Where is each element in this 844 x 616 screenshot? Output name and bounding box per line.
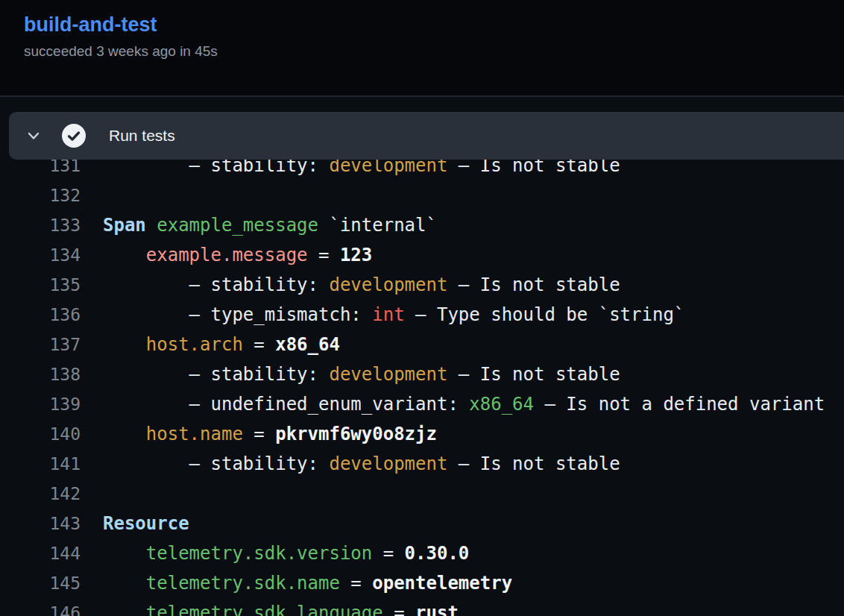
line-number[interactable]: 143 — [0, 514, 81, 533]
log-line: 143Resource — [0, 509, 844, 538]
line-content: – stability: development – Is not stable — [81, 453, 620, 474]
log-line: 138 – stability: development – Is not st… — [0, 359, 844, 389]
job-header: build-and-test succeeded 3 weeks ago in … — [24, 12, 218, 60]
log-line: 135 – stability: development – Is not st… — [0, 270, 844, 300]
line-number[interactable]: 146 — [0, 603, 81, 616]
log-line: 146 telemetry.sdk.language = rust — [0, 598, 844, 616]
line-number[interactable]: 144 — [0, 544, 81, 563]
line-number[interactable]: 142 — [0, 484, 81, 503]
line-number[interactable]: 135 — [0, 275, 81, 295]
log-line: 137 host.arch = x86_64 — [0, 330, 844, 359]
line-content: example.message = 123 — [81, 245, 372, 265]
chevron-down-icon[interactable] — [26, 128, 41, 143]
line-content: host.name = pkrvmf6wy0o8zjz — [81, 424, 437, 444]
log-line: 140 host.name = pkrvmf6wy0o8zjz — [0, 419, 844, 449]
line-content: telemetry.sdk.version = 0.30.0 — [81, 543, 469, 564]
line-content: Resource — [81, 513, 189, 534]
line-content: – stability: development – Is not stable — [81, 274, 620, 295]
line-number[interactable]: 132 — [0, 186, 81, 205]
line-number[interactable]: 136 — [0, 305, 81, 324]
job-status-summary: succeeded 3 weeks ago in 45s — [24, 43, 218, 60]
job-name-link[interactable]: build-and-test — [24, 12, 157, 37]
line-number[interactable]: 134 — [0, 245, 81, 265]
line-number[interactable]: 137 — [0, 335, 81, 354]
log-pane: 131 – stability: development – Is not st… — [0, 97, 844, 616]
line-content: – stability: development – Is not stable — [81, 364, 620, 385]
line-number[interactable]: 140 — [0, 424, 81, 444]
line-content: – undefined_enum_variant: x86_64 – Is no… — [81, 394, 825, 415]
log-line: 136 – type_mismatch: int – Type should b… — [0, 300, 844, 330]
line-content: Span example_message `internal` — [81, 215, 437, 236]
log-line: 134 example.message = 123 — [0, 240, 844, 270]
line-content: – type_mismatch: int – Type should be `s… — [81, 304, 684, 325]
step-header-run-tests[interactable]: Run tests — [9, 112, 844, 160]
line-number[interactable]: 139 — [0, 395, 81, 414]
log-line: 132 — [0, 180, 844, 210]
line-content: host.arch = x86_64 — [81, 334, 340, 355]
log-line: 133Span example_message `internal` — [0, 210, 844, 240]
line-content: telemetry.sdk.name = opentelemetry — [81, 573, 512, 594]
line-number[interactable]: 145 — [0, 573, 81, 593]
step-name: Run tests — [109, 127, 175, 145]
line-number[interactable]: 133 — [0, 216, 81, 235]
log-lines: 131 – stability: development – Is not st… — [0, 151, 844, 616]
line-content: telemetry.sdk.language = rust — [81, 603, 459, 616]
log-line: 144 telemetry.sdk.version = 0.30.0 — [0, 538, 844, 568]
log-line: 142 — [0, 479, 844, 509]
log-line: 139 – undefined_enum_variant: x86_64 – I… — [0, 389, 844, 419]
line-number[interactable]: 141 — [0, 454, 81, 474]
check-circle-icon — [62, 124, 86, 148]
log-line: 141 – stability: development – Is not st… — [0, 449, 844, 479]
log-line: 145 telemetry.sdk.name = opentelemetry — [0, 568, 844, 598]
line-number[interactable]: 138 — [0, 365, 81, 384]
